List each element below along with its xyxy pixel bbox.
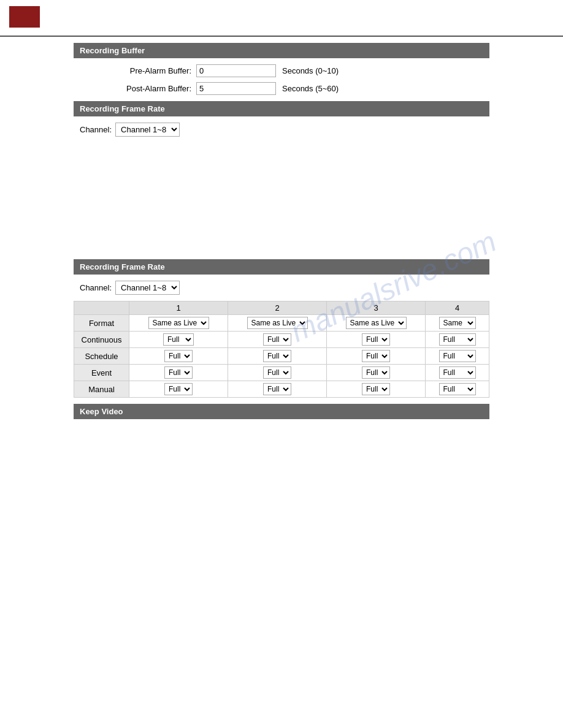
schedule-select-col3[interactable]: Full 1/2 1/3 1/4 bbox=[362, 350, 390, 362]
pre-alarm-input[interactable] bbox=[196, 64, 276, 77]
event-select-col4[interactable]: Full 1/2 1/3 1/4 bbox=[439, 366, 476, 379]
event-col2[interactable]: Full 1/2 1/3 1/4 bbox=[228, 365, 327, 381]
event-col3[interactable]: Full 1/2 1/3 1/4 bbox=[327, 365, 426, 381]
channel-row-bottom: Channel: Channel 1~8 Channel 1 Channel 2… bbox=[74, 281, 489, 295]
schedule-select-col2[interactable]: Full 1/2 1/3 1/4 bbox=[263, 350, 291, 362]
post-alarm-label: Post-Alarm Buffer: bbox=[98, 84, 196, 93]
recording-frame-rate-top-section: Recording Frame Rate Channel: Channel 1~… bbox=[74, 101, 489, 137]
continuous-select-col3[interactable]: Full 1/2 1/3 1/4 bbox=[362, 333, 390, 346]
event-select-col1[interactable]: Full 1/2 1/3 1/4 bbox=[164, 366, 193, 379]
col-header-2: 2 bbox=[228, 301, 327, 315]
format-select-col2[interactable]: Same as Live QCIF CIF 2CIF 4CIF bbox=[247, 317, 308, 329]
channel-select-top[interactable]: Channel 1~8 bbox=[115, 123, 180, 137]
continuous-select-col1[interactable]: Full 1/2 1/3 1/4 1/6 1/8 1/15 bbox=[163, 333, 194, 346]
logo bbox=[9, 6, 40, 28]
event-select-col2[interactable]: Full 1/2 1/3 1/4 bbox=[263, 366, 291, 379]
col-header-4: 4 bbox=[426, 301, 489, 315]
format-col3[interactable]: Same as Live QCIF CIF 2CIF 4CIF bbox=[327, 315, 426, 332]
post-alarm-input[interactable] bbox=[196, 82, 276, 95]
continuous-col1[interactable]: Full 1/2 1/3 1/4 1/6 1/8 1/15 bbox=[129, 332, 228, 348]
event-col1[interactable]: Full 1/2 1/3 1/4 bbox=[129, 365, 228, 381]
pre-alarm-row: Pre-Alarm Buffer: Seconds (0~10) bbox=[74, 64, 489, 77]
continuous-select-col4[interactable]: Full 1/2 1/3 1/4 bbox=[439, 333, 476, 346]
channel-row-top: Channel: Channel 1~8 bbox=[74, 123, 489, 137]
top-bar bbox=[0, 0, 563, 37]
format-select-col3[interactable]: Same as Live QCIF CIF 2CIF 4CIF bbox=[346, 317, 407, 329]
schedule-col3[interactable]: Full 1/2 1/3 1/4 bbox=[327, 348, 426, 365]
channel-label-top: Channel: bbox=[80, 125, 112, 134]
post-alarm-hint: Seconds (5~60) bbox=[282, 84, 339, 93]
continuous-col3[interactable]: Full 1/2 1/3 1/4 bbox=[327, 332, 426, 348]
recording-buffer-section: Recording Buffer Pre-Alarm Buffer: Secon… bbox=[74, 43, 489, 95]
table-row: Continuous Full 1/2 1/3 1/4 1/6 1/8 1/15 bbox=[74, 332, 489, 348]
recording-frame-rate-top-header: Recording Frame Rate bbox=[74, 101, 489, 116]
manual-select-col2[interactable]: Full 1/2 1/3 1/4 bbox=[263, 383, 291, 395]
row-label-continuous: Continuous bbox=[74, 332, 129, 348]
schedule-select-col4[interactable]: Full 1/2 1/3 1/4 bbox=[439, 350, 476, 362]
format-select-col1[interactable]: Same as Live QCIF CIF 2CIF 4CIF bbox=[148, 317, 209, 329]
post-alarm-row: Post-Alarm Buffer: Seconds (5~60) bbox=[74, 82, 489, 95]
row-label-schedule: Schedule bbox=[74, 348, 129, 365]
schedule-col2[interactable]: Full 1/2 1/3 1/4 bbox=[228, 348, 327, 365]
pre-alarm-label: Pre-Alarm Buffer: bbox=[98, 66, 196, 75]
row-label-event: Event bbox=[74, 365, 129, 381]
rate-table: 1 2 3 4 Format Same as Live QCIF CIF 2C bbox=[74, 301, 489, 398]
event-select-col3[interactable]: Full 1/2 1/3 1/4 bbox=[362, 366, 390, 379]
recording-frame-rate-bottom-section: Recording Frame Rate Channel: Channel 1~… bbox=[74, 259, 489, 398]
col-header-1: 1 bbox=[129, 301, 228, 315]
pre-alarm-hint: Seconds (0~10) bbox=[282, 66, 339, 75]
table-row: Event Full 1/2 1/3 1/4 Full 1/2 bbox=[74, 365, 489, 381]
event-col4[interactable]: Full 1/2 1/3 1/4 bbox=[426, 365, 489, 381]
col-header-3: 3 bbox=[327, 301, 426, 315]
table-row: Format Same as Live QCIF CIF 2CIF 4CIF S… bbox=[74, 315, 489, 332]
manual-col3[interactable]: Full 1/2 1/3 1/4 bbox=[327, 381, 426, 398]
table-header-row: 1 2 3 4 bbox=[74, 301, 489, 315]
channel-label-bottom: Channel: bbox=[80, 283, 112, 292]
row-label-manual: Manual bbox=[74, 381, 129, 398]
keep-video-section: Keep Video bbox=[74, 404, 489, 419]
manual-col4[interactable]: Full 1/2 1/3 1/4 bbox=[426, 381, 489, 398]
table-row: Schedule Full 1/2 1/3 1/4 Full 1/2 bbox=[74, 348, 489, 365]
format-col1[interactable]: Same as Live QCIF CIF 2CIF 4CIF bbox=[129, 315, 228, 332]
manual-select-col1[interactable]: Full 1/2 1/3 1/4 bbox=[164, 383, 193, 395]
format-col2[interactable]: Same as Live QCIF CIF 2CIF 4CIF bbox=[228, 315, 327, 332]
row-label-format: Format bbox=[74, 315, 129, 332]
col-header-blank bbox=[74, 301, 129, 315]
schedule-col1[interactable]: Full 1/2 1/3 1/4 bbox=[129, 348, 228, 365]
manual-col1[interactable]: Full 1/2 1/3 1/4 bbox=[129, 381, 228, 398]
manual-col2[interactable]: Full 1/2 1/3 1/4 bbox=[228, 381, 327, 398]
recording-buffer-header: Recording Buffer bbox=[74, 43, 489, 58]
recording-frame-rate-bottom-header: Recording Frame Rate bbox=[74, 259, 489, 275]
channel-select-bottom[interactable]: Channel 1~8 Channel 1 Channel 2 Channel … bbox=[115, 281, 180, 295]
continuous-col2[interactable]: Full 1/2 1/3 1/4 bbox=[228, 332, 327, 348]
manual-select-col3[interactable]: Full 1/2 1/3 1/4 bbox=[362, 383, 390, 395]
keep-video-header: Keep Video bbox=[74, 404, 489, 419]
format-col4[interactable]: Same as Live QCIF CIF 2CIF 4CIF bbox=[426, 315, 489, 332]
schedule-select-col1[interactable]: Full 1/2 1/3 1/4 bbox=[164, 350, 193, 362]
table-row: Manual Full 1/2 1/3 1/4 Full 1/2 bbox=[74, 381, 489, 398]
continuous-select-col2[interactable]: Full 1/2 1/3 1/4 bbox=[263, 333, 291, 346]
manual-select-col4[interactable]: Full 1/2 1/3 1/4 bbox=[439, 383, 476, 395]
schedule-col4[interactable]: Full 1/2 1/3 1/4 bbox=[426, 348, 489, 365]
continuous-col4[interactable]: Full 1/2 1/3 1/4 bbox=[426, 332, 489, 348]
format-select-col4[interactable]: Same as Live QCIF CIF 2CIF 4CIF bbox=[439, 317, 476, 329]
